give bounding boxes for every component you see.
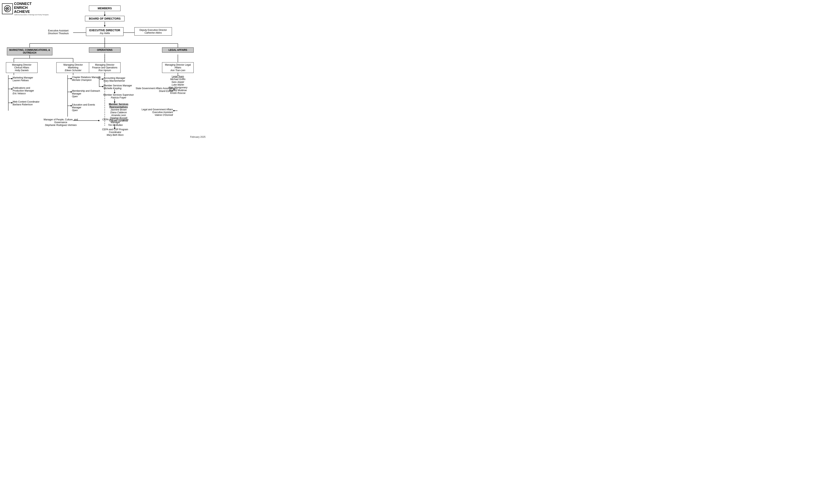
member-svc-sup-block: Member Services Supervisor Patricia Fray…	[103, 93, 134, 99]
exec-dir-name: Joy Alafia	[88, 32, 121, 35]
member-svc-sup-name: Patricia Frayer	[103, 96, 134, 99]
membership-mgr-node: Membership and Outreach Manager Open	[72, 90, 102, 98]
deputy-box: Deputy Executive Director Catherine Atki…	[134, 27, 172, 36]
accounting-mgr-block: Accounting Manager Gary Machenheimer	[103, 77, 134, 82]
exec-asst-node: Executive Assistant Shoshoni Thoulouis	[43, 29, 73, 35]
membership-mgr-name: Open	[72, 95, 102, 98]
board-label: BOARD OF DIRECTORS	[89, 17, 121, 20]
md-marketing-node: Managing Director Marketing Eileen Schus…	[56, 62, 90, 73]
mco-dept-node: MARKETING, COMMUNICATIONS, & OUTREACH	[7, 48, 52, 55]
people-mgr-node: Manager of People, Culture, and Governan…	[43, 118, 78, 126]
pub-mgr-name: Eric Velasco	[13, 92, 40, 95]
members-node: MEMBERS	[89, 5, 121, 11]
board-node: BOARD OF DIRECTORS	[85, 16, 125, 21]
md-marketing-box: Managing Director Marketing Eileen Schus…	[56, 62, 90, 73]
web-coord-title: Web Content Coordinator	[13, 100, 40, 103]
legal-govt-asst-node: Legal and Government Affairs Executive A…	[134, 108, 173, 117]
ops-dept-node: OPERATIONS	[89, 48, 121, 53]
chapter-mgr-name: Michele Champion	[72, 78, 102, 82]
legal-govt-asst-name: Valene O'Donnell	[134, 114, 173, 117]
md-legal-name: Ann Tran-Lien	[164, 69, 191, 72]
marketing-mgr-node: Marketing Manager Lauren Fellows	[13, 76, 40, 82]
state-govt-node: State Government Affairs Associate Shant…	[134, 87, 173, 93]
member-svc-mgr-node: Member Services Manager Michelle Kreylin…	[103, 84, 134, 90]
members-box: MEMBERS	[89, 5, 121, 11]
ops-box: OPERATIONS	[89, 48, 121, 53]
md-finance-title: Managing Director Finance and Operations	[91, 63, 118, 69]
md-legal-node: Managing Director Legal Affairs Ann Tran…	[162, 62, 194, 73]
legal-member-3: Luke Martin	[162, 84, 194, 86]
state-govt-title: State Government Affairs Associate	[134, 87, 173, 90]
md-clinical-name: Holly Daniels	[8, 69, 35, 72]
membership-mgr-block: Membership and Outreach Manager Open	[72, 90, 102, 98]
state-govt-block: State Government Affairs Associate Shant…	[134, 87, 173, 93]
people-mgr-name: Stephanie Rodriguez-Vertrees	[43, 124, 78, 126]
pub-mgr-block: Publications and Production Manager Eric…	[13, 87, 40, 95]
cepa-mgr-block: CEPA and CSP Program Manager Tim McMulle…	[100, 118, 131, 126]
legal-team-header: Legal Team	[162, 75, 194, 78]
md-finance-name: Ron Hynum	[91, 69, 118, 72]
md-marketing-name: Eileen Schuster	[59, 69, 88, 72]
board-box: BOARD OF DIRECTORS	[85, 16, 125, 21]
legal-govt-asst-title: Legal and Government Affairs Executive A…	[134, 108, 173, 114]
deputy-title: Deputy Executive Director	[136, 29, 170, 31]
member-svc-mgr-name: Michelle Kreyling	[103, 87, 134, 90]
legal-box: LEGAL AFFAIRS	[162, 48, 194, 53]
cepa-coord-node: CEPA and CSP Program Coordinator Mary Be…	[99, 128, 131, 136]
member-reps-header: Member Services Representatives	[101, 103, 136, 108]
exec-dir-box: EXECUTIVE DIRECTOR Joy Alafia	[86, 27, 124, 36]
deputy-node: Deputy Executive Director Catherine Atki…	[134, 27, 172, 36]
member-svc-mgr-title: Member Services Manager	[103, 84, 134, 87]
md-legal-title: Managing Director Legal Affairs	[164, 63, 191, 69]
chapter-mgr-node: Chapter Relations Manager Michele Champi…	[72, 76, 102, 82]
exec-asst-title: Executive Assistant	[43, 29, 73, 32]
cepa-mgr-title: CEPA and CSP Program Manager	[100, 118, 131, 124]
deputy-name: Catherine Atkins	[136, 31, 170, 34]
exec-asst-name: Shoshoni Thoulouis	[43, 32, 73, 35]
cepa-mgr-node: CEPA and CSP Program Manager Tim McMulle…	[100, 118, 131, 126]
ops-label: OPERATIONS	[97, 49, 113, 52]
md-legal-box: Managing Director Legal Affairs Ann Tran…	[162, 62, 194, 73]
membership-mgr-title: Membership and Outreach Manager	[72, 90, 102, 95]
edu-mgr-node: Education and Events Manager Open	[72, 103, 102, 112]
people-mgr-block: Manager of People, Culture, and Governan…	[43, 118, 78, 126]
md-finance-box: Managing Director Finance and Operations…	[89, 62, 121, 73]
accounting-mgr-node: Accounting Manager Gary Machenheimer	[103, 77, 134, 82]
marketing-mgr-block: Marketing Manager Lauren Fellows	[13, 76, 40, 82]
pub-mgr-node: Publications and Production Manager Eric…	[13, 87, 40, 95]
member-svc-sup-node: Member Services Supervisor Patricia Fray…	[103, 93, 134, 99]
edu-mgr-title: Education and Events Manager	[72, 103, 102, 109]
marketing-mgr-title: Marketing Manager	[13, 76, 40, 79]
edu-mgr-name: Open	[72, 109, 102, 112]
cepa-coord-title: CEPA and CSP Program Coordinator	[99, 128, 131, 134]
chapter-mgr-title: Chapter Relations Manager	[72, 76, 102, 78]
accounting-mgr-title: Accounting Manager	[103, 77, 134, 80]
marketing-mgr-name: Lauren Fellows	[13, 79, 40, 82]
members-label: MEMBERS	[98, 7, 112, 10]
exec-dir-node: EXECUTIVE DIRECTOR Joy Alafia	[86, 27, 124, 36]
chapter-mgr-block: Chapter Relations Manager Michele Champi…	[72, 76, 102, 82]
member-rep-3: Amanda Leon	[101, 114, 136, 117]
cepa-coord-block: CEPA and CSP Program Coordinator Mary Be…	[99, 128, 131, 136]
member-svc-mgr-block: Member Services Manager Michelle Kreylin…	[103, 84, 134, 90]
legal-govt-asst-block: Legal and Government Affairs Executive A…	[134, 108, 173, 117]
md-clinical-box: Managing Director Clinical Affairs Holly…	[6, 62, 37, 73]
web-coord-name: Barbara Robertson	[13, 103, 40, 106]
web-coord-node: Web Content Coordinator Barbara Robertso…	[13, 100, 40, 106]
pub-mgr-title: Publications and Production Manager	[13, 87, 40, 92]
md-clinical-node: Managing Director Clinical Affairs Holly…	[6, 62, 37, 73]
mco-label: MARKETING, COMMUNICATIONS, & OUTREACH	[9, 49, 50, 54]
legal-member-2: Sara Jasper	[162, 81, 194, 84]
web-coord-block: Web Content Coordinator Barbara Robertso…	[13, 100, 40, 106]
people-mgr-title: Manager of People, Culture, and Governan…	[43, 118, 78, 124]
accounting-mgr-name: Gary Machenheimer	[103, 80, 134, 82]
md-finance-node: Managing Director Finance and Operations…	[89, 62, 121, 73]
member-svc-sup-title: Member Services Supervisor	[103, 93, 134, 96]
md-marketing-title: Managing Director Marketing	[59, 63, 88, 69]
member-rep-2: Diana Calderon	[101, 111, 136, 114]
chart-container: MEMBERS BOARD OF DIRECTORS Executive Ass…	[4, 4, 205, 138]
md-clinical-title: Managing Director Clinical Affairs	[8, 63, 35, 69]
legal-label: LEGAL AFFAIRS	[168, 49, 187, 52]
legal-member-1: Michael Griffin	[162, 78, 194, 81]
exec-dir-title: EXECUTIVE DIRECTOR	[88, 29, 121, 32]
